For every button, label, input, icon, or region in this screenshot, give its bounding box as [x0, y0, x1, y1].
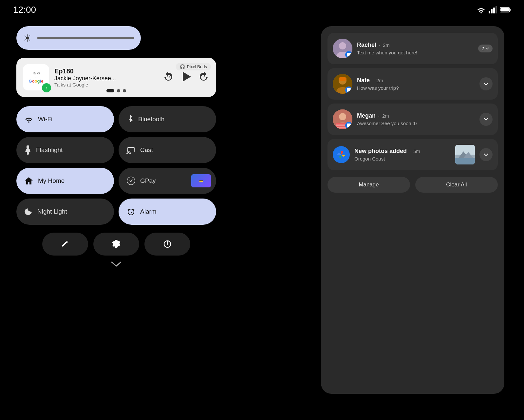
nate-notification-content: Nate · 2m How was your trip?: [357, 77, 475, 91]
moon-icon: [24, 207, 33, 216]
wifi-toggle[interactable]: Wi-Fi: [16, 106, 114, 132]
settings-button[interactable]: [93, 233, 139, 256]
power-button[interactable]: [144, 233, 190, 256]
photos-notification-content: New photos added · 5m Oregon Coast: [354, 148, 451, 162]
clear-all-button[interactable]: Clear All: [415, 177, 498, 193]
rachel-notification-content: Rachel · 2m Text me when you get here!: [357, 42, 474, 55]
svg-rect-23: [347, 88, 351, 91]
rachel-header: Rachel · 2m: [357, 42, 474, 48]
edit-button[interactable]: [42, 233, 88, 256]
svg-point-18: [339, 42, 346, 49]
pixel-buds-badge: 🎧 Pixel Buds: [176, 63, 211, 70]
rachel-count-badge: 2: [478, 45, 493, 52]
nate-expand-button[interactable]: [479, 77, 493, 90]
megan-notification-content: Megan · 2m Awesome! See you soon :0: [357, 112, 475, 126]
media-title: Jackie Joyner-Kersee...: [54, 75, 157, 82]
svg-point-13: [126, 153, 128, 154]
gpay-card: 💳: [191, 174, 211, 187]
megan-name: Megan: [357, 112, 376, 119]
status-bar: 12:00: [0, 0, 524, 20]
flashlight-icon: [24, 145, 31, 155]
rachel-msg-badge: [345, 51, 352, 58]
status-time: 12:00: [13, 5, 36, 15]
battery-icon: [500, 7, 511, 13]
status-icons: [476, 6, 511, 13]
wifi-toggle-icon: [24, 116, 33, 123]
rachel-time: 2m: [383, 42, 390, 48]
wifi-label: Wi-Fi: [38, 116, 52, 123]
gpay-label: GPay: [140, 177, 156, 184]
media-app-icon: Talks at Google ♪: [23, 64, 49, 90]
photos-thumbnail: [455, 145, 475, 164]
myhome-label: My Home: [38, 177, 65, 184]
photos-app-icon: [333, 146, 350, 163]
nate-header: Nate · 2m: [357, 77, 475, 84]
toggle-grid: Wi-Fi Bluetooth Flashlight: [16, 106, 216, 225]
bluetooth-label: Bluetooth: [138, 116, 164, 123]
svg-text:15: 15: [167, 76, 170, 79]
bluetooth-icon: [126, 115, 134, 124]
svg-rect-22: [339, 77, 346, 81]
nate-time: 2m: [376, 78, 383, 83]
megan-msg-badge: [345, 122, 352, 129]
notification-nate[interactable]: Nate · 2m How was your trip?: [328, 68, 498, 100]
svg-rect-2: [493, 8, 495, 13]
chevron-down[interactable]: [16, 261, 216, 267]
megan-expand-button[interactable]: [479, 113, 493, 126]
nightlight-label: Night Light: [37, 208, 67, 215]
photos-title: New photos added: [354, 148, 407, 155]
svg-rect-16: [167, 241, 168, 245]
rachel-avatar: [333, 39, 352, 58]
media-dot-3: [123, 89, 126, 92]
notification-photos[interactable]: New photos added · 5m Oregon Coast: [328, 139, 498, 170]
svg-rect-31: [455, 145, 475, 155]
brightness-row: ☀: [16, 26, 216, 50]
rachel-count: 2: [481, 46, 484, 51]
wifi-icon: [476, 6, 486, 13]
megan-message: Awesome! See you soon :0: [357, 121, 475, 126]
media-show: Talks at Google: [54, 82, 157, 87]
left-panel: ☀ Talks at Google ♪ Ep180 Jackie Joyner-…: [16, 26, 216, 400]
photos-message: Oregon Coast: [354, 156, 451, 162]
flashlight-toggle[interactable]: Flashlight: [16, 137, 114, 163]
play-button[interactable]: [179, 70, 193, 85]
nightlight-toggle[interactable]: Night Light: [16, 199, 114, 225]
megan-avatar: [333, 109, 352, 129]
svg-rect-5: [510, 9, 511, 11]
alarm-toggle[interactable]: Alarm: [119, 199, 216, 225]
svg-rect-10: [27, 145, 29, 149]
manage-button[interactable]: Manage: [328, 177, 410, 193]
gpay-icon: [126, 176, 136, 185]
svg-rect-11: [27, 152, 29, 155]
rewind-button[interactable]: 15: [162, 71, 174, 84]
gpay-toggle[interactable]: GPay 💳: [119, 168, 216, 194]
nate-avatar: [333, 74, 352, 94]
media-card[interactable]: Talks at Google ♪ Ep180 Jackie Joyner-Ke…: [16, 58, 216, 97]
media-controls: 15 15: [162, 70, 210, 85]
photos-expand-button[interactable]: [479, 148, 493, 161]
nate-name: Nate: [357, 77, 370, 84]
notification-rachel[interactable]: Rachel · 2m Text me when you get here! 2: [328, 33, 498, 64]
svg-point-25: [339, 113, 346, 120]
brightness-slider[interactable]: ☀: [16, 26, 141, 50]
cast-icon: [126, 146, 136, 154]
flashlight-label: Flashlight: [36, 146, 63, 154]
home-icon: [24, 177, 33, 185]
svg-rect-34: [455, 158, 475, 164]
cast-toggle[interactable]: Cast: [119, 137, 216, 163]
brightness-icon: ☀: [23, 32, 32, 44]
bluetooth-toggle[interactable]: Bluetooth: [119, 106, 216, 132]
nate-msg-badge: [345, 86, 352, 94]
cast-label: Cast: [140, 146, 153, 154]
svg-rect-3: [496, 6, 497, 13]
photos-time: 5m: [413, 148, 420, 154]
svg-rect-6: [500, 8, 509, 11]
myhome-toggle[interactable]: My Home: [16, 168, 114, 194]
svg-rect-29: [347, 124, 351, 127]
signal-icon: [489, 6, 497, 13]
forward-button[interactable]: 15: [198, 71, 210, 84]
alarm-icon: [126, 207, 136, 216]
pixel-buds-label: Pixel Buds: [187, 64, 207, 69]
notification-megan[interactable]: Megan · 2m Awesome! See you soon :0: [328, 104, 498, 135]
media-dots: [106, 89, 126, 92]
